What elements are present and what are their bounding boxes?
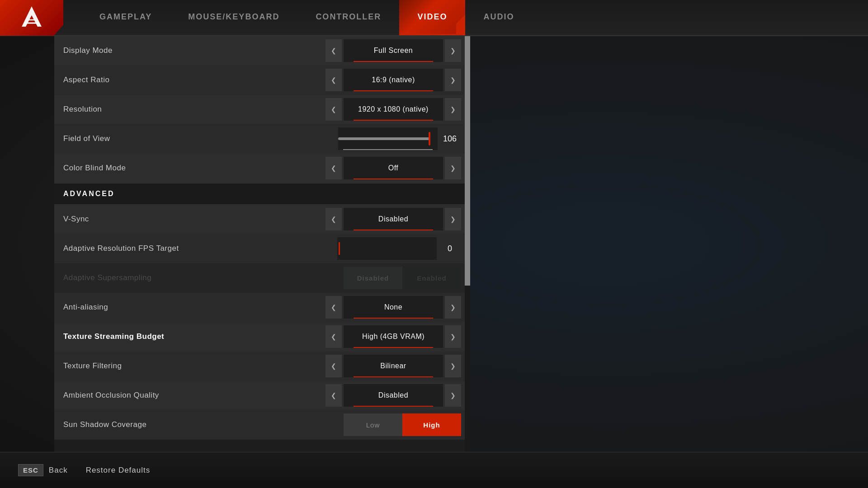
- resolution-next[interactable]: ❯: [445, 98, 461, 121]
- aspect-ratio-prev[interactable]: ❮: [326, 69, 342, 91]
- display-mode-value: Full Screen: [344, 39, 443, 62]
- setting-row-ambient-occlusion: Ambient Occlusion Quality ❮ Disabled ❯: [54, 381, 470, 410]
- label-display-mode: Display Mode: [63, 46, 326, 55]
- advanced-title: ADVANCED: [63, 190, 114, 197]
- fov-slider[interactable]: [338, 127, 438, 150]
- header: GAMEPLAY MOUSE/KEYBOARD CONTROLLER VIDEO…: [0, 0, 868, 36]
- advanced-section-header: ADVANCED: [54, 183, 470, 205]
- setting-row-texture-filtering: Texture Filtering ❮ Bilinear ❯: [54, 352, 470, 381]
- label-texture-streaming: Texture Streaming Budget: [63, 332, 326, 341]
- ambient-occlusion-prev[interactable]: ❮: [326, 384, 342, 407]
- colorblind-next[interactable]: ❯: [445, 157, 461, 179]
- antialiasing-prev[interactable]: ❮: [326, 296, 342, 319]
- label-antialiasing: Anti-aliasing: [63, 303, 326, 312]
- control-texture-filtering: ❮ Bilinear ❯: [326, 355, 461, 377]
- setting-row-adaptive-super: Adaptive Supersampling Disabled Enabled: [54, 263, 470, 293]
- setting-row-texture-streaming: Texture Streaming Budget ❮ High (4GB VRA…: [54, 322, 470, 352]
- control-vsync: ❮ Disabled ❯: [326, 208, 461, 230]
- control-ambient-occlusion: ❮ Disabled ❯: [326, 384, 461, 407]
- nav-tabs: GAMEPLAY MOUSE/KEYBOARD CONTROLLER VIDEO…: [81, 0, 532, 35]
- footer-back[interactable]: ESC Back: [18, 464, 68, 476]
- control-aspect-ratio: ❮ 16:9 (native) ❯: [326, 69, 461, 91]
- resolution-prev[interactable]: ❮: [326, 98, 342, 121]
- sun-shadow-high[interactable]: High: [402, 413, 461, 436]
- tab-gameplay[interactable]: GAMEPLAY: [81, 0, 170, 35]
- control-adaptive-res: 0: [337, 237, 461, 260]
- label-texture-filtering: Texture Filtering: [63, 361, 326, 371]
- apex-logo-icon: [18, 4, 45, 31]
- label-adaptive-res: Adaptive Resolution FPS Target: [63, 244, 337, 253]
- colorblind-value: Off: [344, 157, 443, 179]
- right-panel: [470, 36, 868, 452]
- texture-streaming-prev[interactable]: ❮: [326, 325, 342, 348]
- setting-row-colorblind: Color Blind Mode ❮ Off ❯: [54, 154, 470, 183]
- control-antialiasing: ❮ None ❯: [326, 296, 461, 319]
- setting-row-fov: Field of View 106: [54, 124, 470, 154]
- label-sun-shadow: Sun Shadow Coverage: [63, 420, 344, 429]
- adaptive-res-slider[interactable]: [337, 237, 437, 260]
- vsync-value: Disabled: [344, 208, 443, 230]
- footer-restore[interactable]: Restore Defaults: [86, 466, 151, 475]
- label-fov: Field of View: [63, 134, 338, 143]
- setting-row-aspect-ratio: Aspect Ratio ❮ 16:9 (native) ❯: [54, 66, 470, 95]
- footer-restore-label: Restore Defaults: [86, 466, 151, 475]
- footer: ESC Back Restore Defaults: [0, 452, 868, 488]
- label-ambient-occlusion: Ambient Occlusion Quality: [63, 391, 326, 400]
- aspect-ratio-value: 16:9 (native): [344, 69, 443, 91]
- setting-row-antialiasing: Anti-aliasing ❮ None ❯: [54, 293, 470, 322]
- setting-row-sun-shadow: Sun Shadow Coverage Low High: [54, 410, 470, 440]
- scrollbar-thumb[interactable]: [465, 36, 470, 286]
- antialiasing-value: None: [344, 296, 443, 319]
- sun-shadow-low[interactable]: Low: [344, 413, 402, 436]
- control-colorblind: ❮ Off ❯: [326, 157, 461, 179]
- label-vsync: V-Sync: [63, 215, 326, 224]
- label-resolution: Resolution: [63, 105, 326, 114]
- control-adaptive-super: Disabled Enabled: [344, 267, 461, 289]
- setting-row-display-mode: Display Mode ❮ Full Screen ❯: [54, 36, 470, 66]
- control-fov: 106: [338, 127, 461, 150]
- texture-streaming-next[interactable]: ❯: [445, 325, 461, 348]
- control-display-mode: ❮ Full Screen ❯: [326, 39, 461, 62]
- adaptive-res-value: 0: [448, 244, 461, 253]
- texture-filtering-prev[interactable]: ❮: [326, 355, 342, 377]
- main-content: Display Mode ❮ Full Screen ❯ Aspect Rati…: [54, 36, 868, 452]
- logo-area: [0, 0, 63, 36]
- texture-streaming-value: High (4GB VRAM): [344, 325, 443, 348]
- label-adaptive-super: Adaptive Supersampling: [63, 273, 344, 282]
- label-colorblind: Color Blind Mode: [63, 164, 326, 173]
- settings-list: Display Mode ❮ Full Screen ❯ Aspect Rati…: [54, 36, 470, 452]
- display-mode-prev[interactable]: ❮: [326, 39, 342, 62]
- display-mode-next[interactable]: ❯: [445, 39, 461, 62]
- setting-row-adaptive-res: Adaptive Resolution FPS Target 0: [54, 234, 470, 263]
- fov-value: 106: [443, 134, 461, 144]
- esc-key-badge: ESC: [18, 464, 43, 476]
- ambient-occlusion-value: Disabled: [344, 384, 443, 407]
- resolution-value: 868 x 488 (native): [344, 98, 443, 121]
- ambient-occlusion-next[interactable]: ❯: [445, 384, 461, 407]
- scrollbar-track: [465, 36, 470, 452]
- tab-controller[interactable]: CONTROLLER: [297, 0, 399, 35]
- tab-audio[interactable]: AUDIO: [465, 0, 532, 35]
- control-sun-shadow: Low High: [344, 413, 461, 436]
- setting-row-resolution: Resolution ❮ 868 x 488 (native) ❯: [54, 95, 470, 124]
- control-texture-streaming: ❮ High (4GB VRAM) ❯: [326, 325, 461, 348]
- texture-filtering-next[interactable]: ❯: [445, 355, 461, 377]
- adaptive-super-enabled[interactable]: Enabled: [402, 267, 461, 289]
- label-aspect-ratio: Aspect Ratio: [63, 75, 326, 84]
- texture-filtering-value: Bilinear: [344, 355, 443, 377]
- settings-panel: Display Mode ❮ Full Screen ❯ Aspect Rati…: [54, 36, 470, 452]
- footer-back-label: Back: [49, 466, 68, 475]
- adaptive-super-disabled[interactable]: Disabled: [344, 267, 402, 289]
- aspect-ratio-next[interactable]: ❯: [445, 69, 461, 91]
- antialiasing-next[interactable]: ❯: [445, 296, 461, 319]
- control-resolution: ❮ 868 x 488 (native) ❯: [326, 98, 461, 121]
- tab-video[interactable]: VIDEO: [399, 0, 465, 35]
- tab-mouse-keyboard[interactable]: MOUSE/KEYBOARD: [170, 0, 297, 35]
- colorblind-prev[interactable]: ❮: [326, 157, 342, 179]
- setting-row-vsync: V-Sync ❮ Disabled ❯: [54, 205, 470, 234]
- vsync-next[interactable]: ❯: [445, 208, 461, 230]
- vsync-prev[interactable]: ❮: [326, 208, 342, 230]
